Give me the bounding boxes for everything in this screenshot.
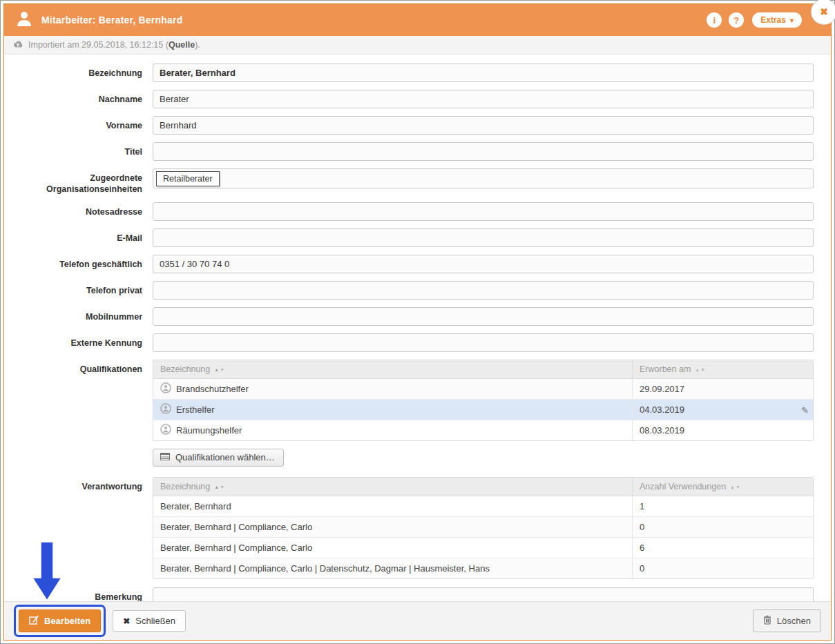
extras-button[interactable]: Extras ▾ (752, 12, 802, 28)
externe-kennung-field[interactable] (153, 333, 814, 352)
extras-label: Extras (760, 15, 786, 25)
field-label-email: E-Mail (21, 228, 153, 247)
field-label-telefon-geschaeftlich: Telefon geschäftlich (21, 255, 153, 273)
form-content: Bezeichnung Nachname Vorname Titel Zugeo… (4, 55, 831, 601)
vorname-field[interactable] (153, 116, 814, 135)
row-edit-icon[interactable]: ✎ (801, 404, 809, 415)
nachname-field[interactable] (153, 90, 814, 108)
import-info-bar: Importiert am 29.05.2018, 16:12:15 (Quel… (4, 36, 831, 55)
chevron-down-icon: ▾ (790, 17, 794, 24)
qualification-badge-icon (160, 403, 171, 416)
table-icon (160, 452, 170, 462)
info-icon[interactable]: i (707, 12, 722, 28)
responsibility-row[interactable]: Berater, Bernhard 1 (153, 496, 813, 517)
resp-col-bezeichnung[interactable]: Bezeichnung ▲▼ (153, 478, 632, 496)
field-label-notesadresse: Notesadresse (21, 202, 153, 221)
org-unit-chip[interactable]: Retailberater (156, 171, 220, 186)
choose-qualifications-button[interactable]: Qualifikationen wählen… (153, 449, 284, 467)
responsibilities-table-header: Bezeichnung ▲▼ Anzahl Verwendungen ▲▼ (153, 478, 813, 496)
responsibility-row[interactable]: Berater, Bernhard | Compliance, Carlo 0 (153, 517, 813, 538)
edit-button[interactable]: Bearbeiten (19, 609, 101, 632)
close-icon: ✖ (123, 616, 130, 626)
resp-col-anzahl[interactable]: Anzahl Verwendungen ▲▼ (632, 478, 813, 496)
field-label-bemerkung: Bemerkung (21, 587, 153, 601)
bezeichnung-field[interactable] (153, 64, 814, 82)
close-button[interactable]: ✖ (812, 0, 835, 24)
responsibility-row[interactable]: Berater, Bernhard | Compliance, Carlo | … (153, 558, 813, 578)
person-icon (15, 10, 33, 30)
field-label-nachname: Nachname (21, 90, 153, 108)
telefon-privat-field[interactable] (153, 281, 814, 300)
responsibilities-table: Bezeichnung ▲▼ Anzahl Verwendungen ▲▼ Be… (153, 477, 814, 579)
page-title: Mitarbeiter: Berater, Bernhard (41, 14, 182, 26)
cloud-upload-icon (12, 40, 23, 50)
field-label-externe-kennung: Externe Kennung (21, 333, 153, 352)
qualification-row-selected[interactable]: Ersthelfer 04.03.2019 ✎ (153, 400, 813, 420)
notesadresse-field[interactable] (153, 202, 814, 221)
responsibility-row[interactable]: Berater, Bernhard | Compliance, Carlo 6 (153, 538, 813, 558)
trash-icon (763, 615, 771, 627)
qualification-row[interactable]: Brandschutzhelfer 29.09.2017 (153, 379, 813, 400)
field-label-organisationseinheiten: Zugeordnete Organisationseinheiten (21, 168, 153, 195)
bemerkung-field[interactable] (153, 587, 814, 601)
organisationseinheiten-field[interactable]: Retailberater (153, 168, 814, 188)
email-field[interactable] (153, 228, 814, 247)
import-text: Importiert am 29.05.2018, 16:12:15 (Quel… (28, 40, 200, 50)
qualifications-table-header: Bezeichnung ▲▼ Erworben am ▲▼ (153, 360, 813, 379)
field-label-bezeichnung: Bezeichnung (21, 64, 153, 82)
edit-icon (29, 615, 39, 627)
titel-field[interactable] (153, 142, 814, 161)
title-bar: Mitarbeiter: Berater, Bernhard i ? Extra… (4, 4, 831, 36)
import-source-link[interactable]: Quelle (169, 40, 195, 50)
sort-icons: ▲▼ (695, 367, 706, 372)
field-label-mobilnummer: Mobilnummer (21, 307, 153, 326)
page-frame: Mitarbeiter: Berater, Bernhard i ? Extra… (0, 0, 835, 644)
qualifications-table: Bezeichnung ▲▼ Erworben am ▲▼ Bra (153, 360, 814, 441)
help-icon[interactable]: ? (729, 12, 744, 28)
qualification-badge-icon (160, 424, 171, 437)
sort-icons: ▲▼ (730, 485, 741, 489)
qualification-badge-icon (160, 382, 171, 396)
edit-button-highlight-annotation: Bearbeiten (14, 605, 106, 637)
telefon-geschaeftlich-field[interactable] (153, 255, 814, 273)
sort-icons: ▲▼ (214, 485, 225, 489)
close-dialog-button[interactable]: ✖ Schließen (113, 610, 186, 632)
delete-button[interactable]: Löschen (753, 609, 821, 632)
mobilnummer-field[interactable] (153, 307, 814, 326)
field-label-telefon-privat: Telefon privat (21, 281, 153, 300)
field-label-verantwortung: Verantwortung (21, 477, 153, 579)
qual-col-erworben-am[interactable]: Erworben am ▲▼ (632, 360, 813, 378)
field-label-vorname: Vorname (21, 116, 153, 135)
close-icon: ✖ (820, 6, 828, 17)
sort-icons: ▲▼ (214, 367, 225, 372)
field-label-qualifikationen: Qualifikationen (21, 360, 153, 467)
footer-bar: Bearbeiten ✖ Schließen Löschen (4, 601, 831, 640)
qual-col-bezeichnung[interactable]: Bezeichnung ▲▼ (153, 360, 632, 378)
field-label-titel: Titel (21, 142, 153, 161)
qualification-row[interactable]: Räumungshelfer 08.03.2019 (153, 420, 813, 440)
employee-detail-window: Mitarbeiter: Berater, Bernhard i ? Extra… (3, 3, 832, 641)
